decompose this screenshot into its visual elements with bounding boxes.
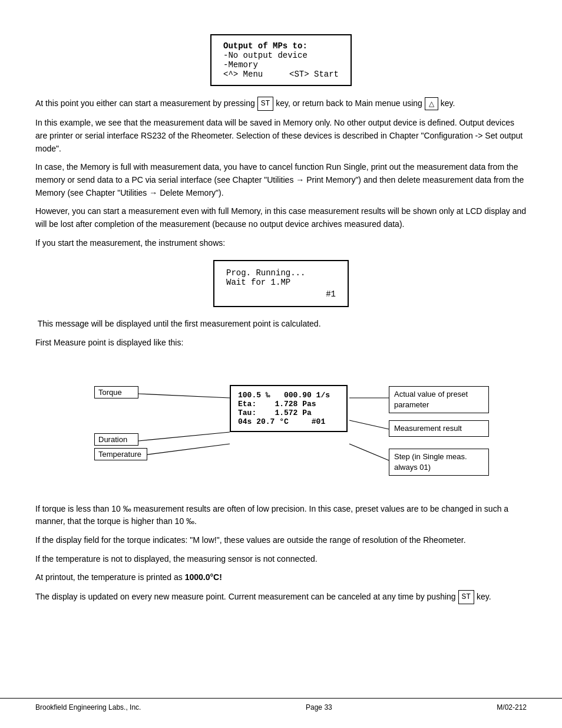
output-menu: <^> Menu bbox=[223, 70, 263, 79]
lcd-screen: 100.5 ‰ 000.90 1/s Eta: 1.728 Pas Tau: 1… bbox=[230, 385, 348, 432]
temp-bold: 1000.0°C! bbox=[185, 572, 222, 582]
para5: If you start the measurement, the instru… bbox=[35, 237, 527, 250]
output-nav-row: <^> Menu <ST> Start bbox=[223, 70, 339, 79]
tri-key-1: △ bbox=[425, 97, 438, 111]
temperature-label: Temperature bbox=[94, 448, 147, 460]
output-start: <ST> Start bbox=[289, 70, 339, 79]
prog-line1: Prog. Running... bbox=[226, 268, 336, 278]
st-key-1: ST bbox=[257, 97, 274, 111]
svg-line-2 bbox=[349, 420, 389, 429]
prog-box: Prog. Running... Wait for 1.MP #1 bbox=[213, 260, 349, 307]
svg-line-4 bbox=[138, 444, 230, 456]
output-box-wrap: Output of MPs to: -No output device -Mem… bbox=[35, 34, 527, 86]
step-text: Step (in Single meas. always 01) bbox=[394, 452, 467, 472]
para11: At printout, the temperature is printed … bbox=[35, 571, 527, 584]
screen-line4: 04s 20.7 °C #01 bbox=[238, 417, 339, 426]
para10: If the temperature is not to displayed, … bbox=[35, 553, 527, 566]
svg-line-5 bbox=[349, 444, 389, 460]
para2: In this example, we see that the measure… bbox=[35, 117, 527, 155]
step-annot: Step (in Single meas. always 01) bbox=[389, 449, 489, 476]
para12: The display is updated on every new meas… bbox=[35, 590, 527, 604]
output-line2: -Memory bbox=[223, 60, 339, 70]
duration-label: Duration bbox=[94, 433, 138, 446]
torque-label: Torque bbox=[94, 386, 138, 398]
page: Output of MPs to: -No output device -Mem… bbox=[0, 0, 562, 728]
footer-center: Page 33 bbox=[306, 703, 332, 711]
svg-line-3 bbox=[138, 432, 230, 441]
para4: However, you can start a measurement eve… bbox=[35, 205, 527, 230]
para6: This message will be displayed until the… bbox=[35, 318, 527, 331]
para9: If the display field for the torque indi… bbox=[35, 534, 527, 547]
para8: If torque is less than 10 ‰ measurement … bbox=[35, 503, 527, 528]
para3: In case, the Memory is full with measure… bbox=[35, 161, 527, 199]
output-box: Output of MPs to: -No output device -Mem… bbox=[210, 34, 352, 86]
measurement-result-annot: Measurement result bbox=[389, 420, 489, 437]
output-line1: -No output device bbox=[223, 51, 339, 60]
measurement-result-text: Measurement result bbox=[394, 424, 462, 433]
screen-line3: Tau: 1.572 Pa bbox=[238, 409, 339, 417]
actual-value-annot: Actual value of preset parameter bbox=[389, 386, 489, 413]
screen-line1: 100.5 ‰ 000.90 1/s bbox=[238, 391, 339, 400]
prog-box-wrap: Prog. Running... Wait for 1.MP #1 bbox=[35, 260, 527, 307]
footer-left: Brookfield Engineering Labs., Inc. bbox=[35, 703, 141, 711]
para1: At this point you either can start a mea… bbox=[35, 97, 527, 111]
st-key-2: ST bbox=[458, 590, 475, 604]
svg-line-0 bbox=[138, 394, 230, 398]
diagram-wrap: Torque Duration Temperature 100.5 ‰ 000.… bbox=[35, 361, 527, 491]
para7: First Measure point is displayed like th… bbox=[35, 337, 527, 350]
actual-value-text: Actual value of preset parameter bbox=[394, 390, 468, 409]
footer-right: M/02-212 bbox=[497, 703, 527, 711]
prog-number: #1 bbox=[226, 289, 336, 299]
prog-line2: Wait for 1.MP bbox=[226, 278, 336, 287]
output-title: Output of MPs to: bbox=[223, 41, 339, 51]
screen-line2: Eta: 1.728 Pas bbox=[238, 400, 339, 409]
footer: Brookfield Engineering Labs., Inc. Page … bbox=[0, 698, 562, 716]
